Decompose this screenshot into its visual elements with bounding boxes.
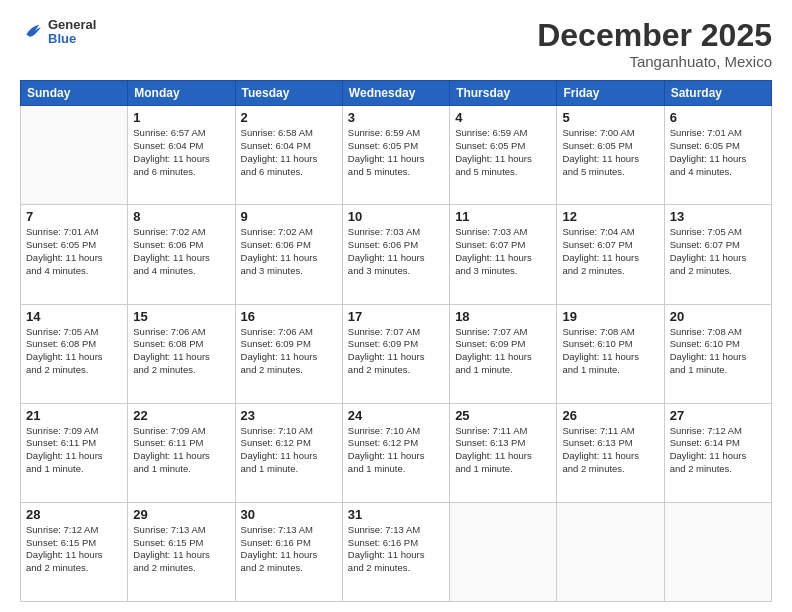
header-row: Sunday Monday Tuesday Wednesday Thursday…	[21, 81, 772, 106]
table-row: 11Sunrise: 7:03 AM Sunset: 6:07 PM Dayli…	[450, 205, 557, 304]
cell-day: 22	[133, 408, 229, 423]
col-thursday: Thursday	[450, 81, 557, 106]
cell-day: 15	[133, 309, 229, 324]
table-row: 19Sunrise: 7:08 AM Sunset: 6:10 PM Dayli…	[557, 304, 664, 403]
cell-day: 17	[348, 309, 444, 324]
cell-day: 21	[26, 408, 122, 423]
calendar-table: Sunday Monday Tuesday Wednesday Thursday…	[20, 80, 772, 602]
table-row: 1Sunrise: 6:57 AM Sunset: 6:04 PM Daylig…	[128, 106, 235, 205]
cell-day: 13	[670, 209, 766, 224]
cell-info: Sunrise: 6:59 AM Sunset: 6:05 PM Dayligh…	[348, 127, 444, 178]
col-tuesday: Tuesday	[235, 81, 342, 106]
cell-info: Sunrise: 6:57 AM Sunset: 6:04 PM Dayligh…	[133, 127, 229, 178]
cell-info: Sunrise: 7:05 AM Sunset: 6:08 PM Dayligh…	[26, 326, 122, 377]
cell-info: Sunrise: 7:02 AM Sunset: 6:06 PM Dayligh…	[133, 226, 229, 277]
cell-info: Sunrise: 6:59 AM Sunset: 6:05 PM Dayligh…	[455, 127, 551, 178]
cell-day: 25	[455, 408, 551, 423]
table-row: 24Sunrise: 7:10 AM Sunset: 6:12 PM Dayli…	[342, 403, 449, 502]
cell-info: Sunrise: 6:58 AM Sunset: 6:04 PM Dayligh…	[241, 127, 337, 178]
cell-day: 14	[26, 309, 122, 324]
table-row: 31Sunrise: 7:13 AM Sunset: 6:16 PM Dayli…	[342, 502, 449, 601]
cell-info: Sunrise: 7:00 AM Sunset: 6:05 PM Dayligh…	[562, 127, 658, 178]
cell-day: 23	[241, 408, 337, 423]
cell-info: Sunrise: 7:13 AM Sunset: 6:16 PM Dayligh…	[348, 524, 444, 575]
col-wednesday: Wednesday	[342, 81, 449, 106]
cell-info: Sunrise: 7:12 AM Sunset: 6:15 PM Dayligh…	[26, 524, 122, 575]
week-row-4: 28Sunrise: 7:12 AM Sunset: 6:15 PM Dayli…	[21, 502, 772, 601]
col-monday: Monday	[128, 81, 235, 106]
table-row: 21Sunrise: 7:09 AM Sunset: 6:11 PM Dayli…	[21, 403, 128, 502]
table-row: 6Sunrise: 7:01 AM Sunset: 6:05 PM Daylig…	[664, 106, 771, 205]
cell-day: 5	[562, 110, 658, 125]
cell-day: 4	[455, 110, 551, 125]
table-row: 2Sunrise: 6:58 AM Sunset: 6:04 PM Daylig…	[235, 106, 342, 205]
table-row: 27Sunrise: 7:12 AM Sunset: 6:14 PM Dayli…	[664, 403, 771, 502]
table-row	[450, 502, 557, 601]
calendar-title: December 2025	[537, 18, 772, 53]
table-row: 9Sunrise: 7:02 AM Sunset: 6:06 PM Daylig…	[235, 205, 342, 304]
cell-info: Sunrise: 7:04 AM Sunset: 6:07 PM Dayligh…	[562, 226, 658, 277]
logo-text: General Blue	[48, 18, 96, 47]
cell-info: Sunrise: 7:08 AM Sunset: 6:10 PM Dayligh…	[562, 326, 658, 377]
cell-day: 31	[348, 507, 444, 522]
logo-blue: Blue	[48, 32, 96, 46]
cell-day: 2	[241, 110, 337, 125]
cell-day: 27	[670, 408, 766, 423]
cell-info: Sunrise: 7:05 AM Sunset: 6:07 PM Dayligh…	[670, 226, 766, 277]
cell-day: 10	[348, 209, 444, 224]
cell-day: 6	[670, 110, 766, 125]
cell-day: 18	[455, 309, 551, 324]
table-row	[21, 106, 128, 205]
week-row-3: 21Sunrise: 7:09 AM Sunset: 6:11 PM Dayli…	[21, 403, 772, 502]
table-row: 20Sunrise: 7:08 AM Sunset: 6:10 PM Dayli…	[664, 304, 771, 403]
cell-day: 8	[133, 209, 229, 224]
cell-day: 1	[133, 110, 229, 125]
table-row	[664, 502, 771, 601]
table-row: 13Sunrise: 7:05 AM Sunset: 6:07 PM Dayli…	[664, 205, 771, 304]
table-row: 8Sunrise: 7:02 AM Sunset: 6:06 PM Daylig…	[128, 205, 235, 304]
table-row: 23Sunrise: 7:10 AM Sunset: 6:12 PM Dayli…	[235, 403, 342, 502]
calendar-subtitle: Tanganhuato, Mexico	[537, 53, 772, 70]
cell-day: 3	[348, 110, 444, 125]
cell-info: Sunrise: 7:11 AM Sunset: 6:13 PM Dayligh…	[562, 425, 658, 476]
col-sunday: Sunday	[21, 81, 128, 106]
cell-info: Sunrise: 7:01 AM Sunset: 6:05 PM Dayligh…	[26, 226, 122, 277]
cell-info: Sunrise: 7:02 AM Sunset: 6:06 PM Dayligh…	[241, 226, 337, 277]
cell-info: Sunrise: 7:03 AM Sunset: 6:07 PM Dayligh…	[455, 226, 551, 277]
table-row: 22Sunrise: 7:09 AM Sunset: 6:11 PM Dayli…	[128, 403, 235, 502]
cell-info: Sunrise: 7:08 AM Sunset: 6:10 PM Dayligh…	[670, 326, 766, 377]
cell-info: Sunrise: 7:03 AM Sunset: 6:06 PM Dayligh…	[348, 226, 444, 277]
cell-info: Sunrise: 7:06 AM Sunset: 6:09 PM Dayligh…	[241, 326, 337, 377]
table-row: 7Sunrise: 7:01 AM Sunset: 6:05 PM Daylig…	[21, 205, 128, 304]
cell-day: 9	[241, 209, 337, 224]
cell-info: Sunrise: 7:06 AM Sunset: 6:08 PM Dayligh…	[133, 326, 229, 377]
cell-day: 20	[670, 309, 766, 324]
table-row: 16Sunrise: 7:06 AM Sunset: 6:09 PM Dayli…	[235, 304, 342, 403]
cell-day: 12	[562, 209, 658, 224]
table-row: 26Sunrise: 7:11 AM Sunset: 6:13 PM Dayli…	[557, 403, 664, 502]
cell-day: 30	[241, 507, 337, 522]
page: General Blue December 2025 Tanganhuato, …	[0, 0, 792, 612]
col-friday: Friday	[557, 81, 664, 106]
cell-day: 16	[241, 309, 337, 324]
table-row: 12Sunrise: 7:04 AM Sunset: 6:07 PM Dayli…	[557, 205, 664, 304]
table-row: 25Sunrise: 7:11 AM Sunset: 6:13 PM Dayli…	[450, 403, 557, 502]
cell-info: Sunrise: 7:07 AM Sunset: 6:09 PM Dayligh…	[455, 326, 551, 377]
table-row: 5Sunrise: 7:00 AM Sunset: 6:05 PM Daylig…	[557, 106, 664, 205]
cell-info: Sunrise: 7:09 AM Sunset: 6:11 PM Dayligh…	[26, 425, 122, 476]
week-row-1: 7Sunrise: 7:01 AM Sunset: 6:05 PM Daylig…	[21, 205, 772, 304]
cell-day: 24	[348, 408, 444, 423]
week-row-2: 14Sunrise: 7:05 AM Sunset: 6:08 PM Dayli…	[21, 304, 772, 403]
cell-info: Sunrise: 7:10 AM Sunset: 6:12 PM Dayligh…	[348, 425, 444, 476]
cell-info: Sunrise: 7:12 AM Sunset: 6:14 PM Dayligh…	[670, 425, 766, 476]
week-row-0: 1Sunrise: 6:57 AM Sunset: 6:04 PM Daylig…	[21, 106, 772, 205]
title-block: December 2025 Tanganhuato, Mexico	[537, 18, 772, 70]
logo: General Blue	[20, 18, 96, 47]
table-row: 10Sunrise: 7:03 AM Sunset: 6:06 PM Dayli…	[342, 205, 449, 304]
table-row: 17Sunrise: 7:07 AM Sunset: 6:09 PM Dayli…	[342, 304, 449, 403]
cell-info: Sunrise: 7:10 AM Sunset: 6:12 PM Dayligh…	[241, 425, 337, 476]
table-row: 18Sunrise: 7:07 AM Sunset: 6:09 PM Dayli…	[450, 304, 557, 403]
table-row: 30Sunrise: 7:13 AM Sunset: 6:16 PM Dayli…	[235, 502, 342, 601]
col-saturday: Saturday	[664, 81, 771, 106]
cell-day: 19	[562, 309, 658, 324]
